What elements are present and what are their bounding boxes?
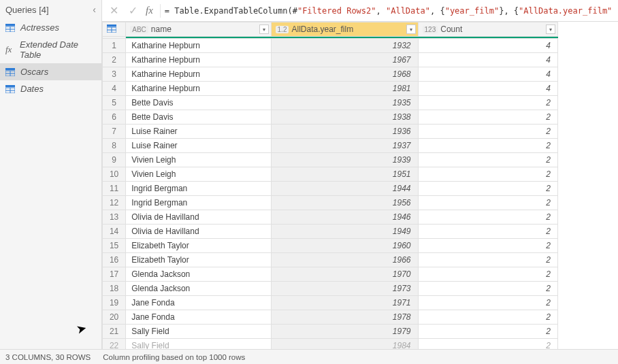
cell-count[interactable]: 2	[418, 153, 557, 167]
cell-year[interactable]: 1944	[271, 182, 418, 196]
cell-count[interactable]: 2	[418, 267, 557, 282]
cell-name[interactable]: Katharine Hepburn	[126, 82, 271, 96]
cell-name[interactable]: Jane Fonda	[126, 310, 271, 325]
cell-year[interactable]: 1951	[271, 167, 418, 182]
cell-name[interactable]: Bette Davis	[126, 110, 271, 125]
cancel-formula-icon[interactable]: ✕	[108, 4, 120, 17]
cell-count[interactable]: 2	[418, 325, 557, 339]
cell-year[interactable]: 1966	[271, 253, 418, 267]
table-row[interactable]: 19Jane Fonda19712	[103, 296, 558, 310]
table-row[interactable]: 13Olivia de Havilland19462	[103, 210, 558, 225]
cell-name[interactable]: Glenda Jackson	[126, 282, 271, 296]
table-row[interactable]: 21Sally Field19792	[103, 325, 558, 339]
table-row[interactable]: 18Glenda Jackson19732	[103, 282, 558, 296]
table-row[interactable]: 7Luise Rainer19362	[103, 125, 558, 139]
cell-name[interactable]: Ingrid Bergman	[126, 196, 271, 210]
table-row[interactable]: 6Bette Davis19382	[103, 110, 558, 125]
cell-name[interactable]: Luise Rainer	[126, 139, 271, 153]
cell-count[interactable]: 2	[418, 167, 557, 182]
cell-count[interactable]: 2	[418, 239, 557, 253]
cell-count[interactable]: 2	[418, 182, 557, 196]
cell-year[interactable]: 1936	[271, 125, 418, 139]
cell-count[interactable]: 4	[418, 39, 557, 53]
cell-name[interactable]: Luise Rainer	[126, 125, 271, 139]
column-filter-dropdown[interactable]: ▾	[259, 24, 269, 34]
cell-name[interactable]: Glenda Jackson	[126, 267, 271, 282]
cell-count[interactable]: 2	[418, 139, 557, 153]
cell-count[interactable]: 2	[418, 296, 557, 310]
cell-year[interactable]: 1970	[271, 267, 418, 282]
column-filter-dropdown[interactable]: ▾	[546, 24, 555, 34]
cell-count[interactable]: 4	[418, 82, 557, 96]
cell-name[interactable]: Jane Fonda	[126, 296, 271, 310]
cell-year[interactable]: 1939	[271, 153, 418, 167]
cell-year[interactable]: 1937	[271, 139, 418, 153]
cell-year[interactable]: 1984	[271, 339, 418, 350]
cell-count[interactable]: 2	[418, 253, 557, 267]
table-row[interactable]: 14Olivia de Havilland19492	[103, 225, 558, 239]
formula-input[interactable]: = Table.ExpandTableColumn(#"Filtered Row…	[160, 4, 613, 18]
table-row[interactable]: 4Katharine Hepburn19814	[103, 82, 558, 96]
column-header-count[interactable]: 123 Count ▾	[418, 22, 557, 37]
cell-count[interactable]: 2	[418, 225, 557, 239]
cell-name[interactable]: Vivien Leigh	[126, 153, 271, 167]
table-row[interactable]: 3Katharine Hepburn19684	[103, 67, 558, 82]
cell-name[interactable]: Elizabeth Taylor	[126, 253, 271, 267]
table-row[interactable]: 8Luise Rainer19372	[103, 139, 558, 153]
cell-name[interactable]: Katharine Hepburn	[126, 39, 271, 53]
column-header-name[interactable]: ABC name ▾	[126, 22, 271, 37]
query-item-extended-date-table[interactable]: fx Extended Date Table	[0, 36, 101, 63]
cell-name[interactable]: Ingrid Bergman	[126, 182, 271, 196]
cell-year[interactable]: 1935	[271, 96, 418, 110]
collapse-chevron-icon[interactable]: ‹	[93, 4, 96, 15]
cell-year[interactable]: 1960	[271, 239, 418, 253]
cell-count[interactable]: 2	[418, 210, 557, 225]
table-row[interactable]: 15Elizabeth Taylor19602	[103, 239, 558, 253]
table-row[interactable]: 16Elizabeth Taylor19662	[103, 253, 558, 267]
cell-year[interactable]: 1956	[271, 196, 418, 210]
query-item-oscars[interactable]: Oscars	[0, 63, 101, 80]
table-row[interactable]: 17Glenda Jackson19702	[103, 267, 558, 282]
cell-count[interactable]: 2	[418, 125, 557, 139]
table-row[interactable]: 1Katharine Hepburn19324	[103, 39, 558, 53]
cell-name[interactable]: Katharine Hepburn	[126, 53, 271, 67]
cell-count[interactable]: 4	[418, 67, 557, 82]
column-filter-dropdown[interactable]: ▾	[406, 24, 416, 34]
cell-name[interactable]: Vivien Leigh	[126, 167, 271, 182]
query-item-dates[interactable]: Dates	[0, 80, 101, 97]
table-row[interactable]: 20Jane Fonda19782	[103, 310, 558, 325]
cell-year[interactable]: 1967	[271, 53, 418, 67]
cell-name[interactable]: Sally Field	[126, 339, 271, 350]
cell-count[interactable]: 2	[418, 339, 557, 350]
cell-year[interactable]: 1946	[271, 210, 418, 225]
cell-year[interactable]: 1973	[271, 282, 418, 296]
cell-count[interactable]: 4	[418, 53, 557, 67]
cell-name[interactable]: Sally Field	[126, 325, 271, 339]
cell-name[interactable]: Elizabeth Taylor	[126, 239, 271, 253]
cell-year[interactable]: 1949	[271, 225, 418, 239]
data-grid[interactable]: ABC name ▾ 1.2 AllData.year_film ▾	[102, 22, 618, 349]
cell-name[interactable]: Bette Davis	[126, 96, 271, 110]
cell-year[interactable]: 1971	[271, 296, 418, 310]
table-row[interactable]: 5Bette Davis19352	[103, 96, 558, 110]
column-header-year-film[interactable]: 1.2 AllData.year_film ▾	[271, 22, 418, 37]
cell-year[interactable]: 1968	[271, 67, 418, 82]
cell-count[interactable]: 2	[418, 110, 557, 125]
table-row[interactable]: 9Vivien Leigh19392	[103, 153, 558, 167]
table-row[interactable]: 11Ingrid Bergman19442	[103, 182, 558, 196]
cell-year[interactable]: 1981	[271, 82, 418, 96]
cell-name[interactable]: Olivia de Havilland	[126, 210, 271, 225]
cell-name[interactable]: Olivia de Havilland	[126, 225, 271, 239]
cell-year[interactable]: 1978	[271, 310, 418, 325]
table-row[interactable]: 12Ingrid Bergman19562	[103, 196, 558, 210]
cell-year[interactable]: 1938	[271, 110, 418, 125]
table-row[interactable]: 22Sally Field19842	[103, 339, 558, 350]
cell-count[interactable]: 2	[418, 196, 557, 210]
table-row[interactable]: 10Vivien Leigh19512	[103, 167, 558, 182]
cell-count[interactable]: 2	[418, 96, 557, 110]
cell-count[interactable]: 2	[418, 310, 557, 325]
cell-year[interactable]: 1932	[271, 39, 418, 53]
table-corner[interactable]	[103, 22, 126, 37]
cell-year[interactable]: 1979	[271, 325, 418, 339]
cell-name[interactable]: Katharine Hepburn	[126, 67, 271, 82]
